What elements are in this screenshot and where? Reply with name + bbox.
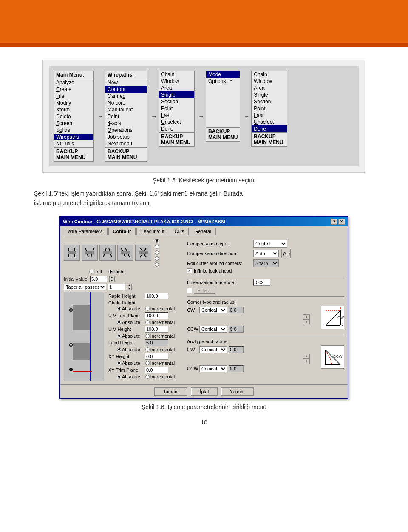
up-btn[interactable]: ▲ ▼ (109, 276, 115, 282)
cw-down-btn[interactable]: ↓ (303, 314, 310, 319)
cw-up-btn[interactable]: ↑ (303, 319, 310, 324)
roll-cutter-select[interactable]: Sharp (253, 259, 279, 267)
uv-trim-incremental[interactable]: Incremental (145, 320, 175, 325)
taper-spin-down[interactable]: ▼ (127, 287, 132, 290)
comp-dir-select[interactable]: Auto (253, 250, 279, 257)
radio-selected[interactable] (155, 239, 159, 243)
rapid-height-input[interactable] (145, 293, 168, 299)
tab-cuts[interactable]: Cuts (170, 228, 189, 235)
land-incremental[interactable]: Incremental (145, 347, 175, 352)
main-menu-footer: BACKUP MAIN MENU (54, 147, 94, 161)
wire-icon-1[interactable] (64, 245, 80, 261)
figure-1-5-container: Main Menu: Analyze Create File Modify Xf… (42, 60, 366, 173)
comp-type-select[interactable]: Control (253, 240, 287, 248)
arc-type-title: Arc type and radius: (187, 339, 344, 344)
tab-wire-parameters[interactable]: Wire Parameters (63, 228, 108, 235)
arrow-3: → (198, 113, 204, 119)
arc-cw-input[interactable] (229, 346, 244, 353)
mode-item-mode: Mode (206, 71, 240, 78)
radio-unselected-4[interactable] (155, 262, 159, 267)
radio-unselected-2[interactable] (155, 250, 159, 255)
rapid-incremental[interactable]: Incremental (145, 306, 175, 311)
xy-trim-input[interactable] (145, 367, 168, 373)
arc-cw-up-btn[interactable]: ↑ (303, 359, 310, 364)
uv-trim-absolute[interactable]: Absolute (117, 320, 140, 325)
wire-icon-5[interactable] (135, 245, 151, 261)
arc-ccw-input[interactable] (229, 365, 244, 372)
uv-height-incremental[interactable]: Incremental (145, 333, 175, 339)
radio-right[interactable]: Right (108, 269, 125, 274)
arrow-1: → (97, 113, 103, 119)
arc-cw-select[interactable]: Conical (199, 346, 227, 353)
radio-right-circle (108, 270, 113, 274)
xy-h-absolute[interactable]: Absolute (117, 361, 140, 366)
wire-icon-3[interactable] (99, 245, 116, 261)
filter-button[interactable]: Filter... (194, 287, 215, 294)
wire-icon-2[interactable] (82, 245, 98, 261)
ccw-value-input[interactable] (229, 326, 244, 333)
help-button[interactable]: ? (331, 219, 337, 225)
uv-trim-input[interactable] (145, 312, 168, 319)
radio-unselected-3[interactable] (155, 256, 159, 261)
tamam-button[interactable]: Tamam (154, 387, 187, 396)
titlebar-buttons: ? ✕ (331, 219, 345, 225)
arc-cw-down-btn[interactable]: ↓ (303, 354, 310, 359)
dialog-titlebar: Wire Contour - C:\MCAM9\WIRE\NCI\ALT PLA… (60, 217, 348, 226)
iptal-button[interactable]: İptal (191, 387, 218, 396)
xy-height-input[interactable] (145, 353, 168, 360)
spinner-down[interactable]: ▼ (109, 279, 114, 282)
land-height-input[interactable] (145, 339, 168, 346)
dialog-title: Wire Contour - C:\MCAM9\WIRE\NCI\ALT PLA… (63, 219, 225, 224)
taper-spin-up[interactable]: ▲ (127, 284, 132, 287)
arc-cw-updown: ↓ ↑ (303, 354, 310, 364)
xy-h-incremental[interactable]: Incremental (145, 361, 175, 366)
cw-value-input[interactable] (229, 307, 244, 313)
tab-lead-inout[interactable]: Lead in/out (136, 228, 169, 235)
menu-item-delete: Delete (54, 113, 94, 120)
xy-trim-label: XY Trim Plane (108, 367, 142, 373)
initial-value-input[interactable] (90, 276, 107, 282)
wire-icon-4[interactable] (117, 245, 133, 261)
xy-height-row: XY Height (108, 353, 183, 360)
tab-general[interactable]: General (190, 228, 215, 235)
linearization-input[interactable] (253, 279, 270, 286)
uv-h-abs-circle (117, 334, 121, 338)
ccw-type-select[interactable]: Conical (199, 326, 227, 333)
svg-rect-14 (139, 251, 148, 254)
rapid-absolute[interactable]: Absolute (117, 306, 140, 311)
xy-t-absolute[interactable]: Absolute (117, 374, 140, 379)
menu-item-solids: Solids (54, 127, 94, 134)
dialog-body: Left Right Initial value: ▲ ▼ (60, 235, 348, 384)
reverse-button[interactable]: A↔ (281, 249, 291, 258)
infinite-look-checkbox[interactable] (187, 268, 192, 273)
arrow-2: → (151, 113, 157, 119)
rapid-inc-circle (145, 307, 150, 311)
radio-unselected[interactable] (155, 245, 159, 249)
cw-label: CW (187, 307, 198, 313)
body-paragraph: Şekil 1.5' teki işlem yapıldıktan sonra,… (34, 189, 374, 208)
uv-trim-abs-inc: Absolute Incremental (117, 320, 183, 325)
tab-contour[interactable]: Contour (108, 228, 136, 235)
taper-dropdown[interactable]: Taper all passes (64, 284, 106, 290)
figure-1-5-caption: Şekil 1.5: Kesilecek geometrinin seçimi (34, 177, 374, 184)
close-button[interactable]: ✕ (338, 219, 345, 225)
xy-t-incremental[interactable]: Incremental (145, 374, 175, 379)
menu-item-nocore: No core (105, 100, 147, 106)
arc-cw-label: CW (187, 347, 198, 352)
filter-checkbox[interactable] (187, 288, 192, 293)
spinner-up[interactable]: ▲ (109, 276, 114, 279)
chain2-item-single: Single (252, 91, 287, 98)
diagram-visual (64, 292, 104, 381)
radio-left[interactable]: Left (89, 269, 102, 274)
land-absolute[interactable]: Absolute (117, 347, 140, 352)
uv-height-input[interactable] (145, 326, 168, 333)
yardim-button[interactable]: Yardım (221, 387, 254, 396)
uv-height-absolute[interactable]: Absolute (117, 333, 140, 339)
taper-input[interactable] (108, 284, 125, 290)
arc-ccw-select[interactable]: Conical (199, 365, 227, 372)
body-text-line1: Şekil 1.5' teki işlem yapıldıktan sonra,… (34, 190, 243, 197)
cw-type-select[interactable]: Conical (199, 307, 227, 313)
menu-diagram: Main Menu: Analyze Create File Modify Xf… (49, 66, 359, 166)
radio-circle-1 (155, 239, 159, 243)
page-number: 10 (34, 419, 374, 426)
